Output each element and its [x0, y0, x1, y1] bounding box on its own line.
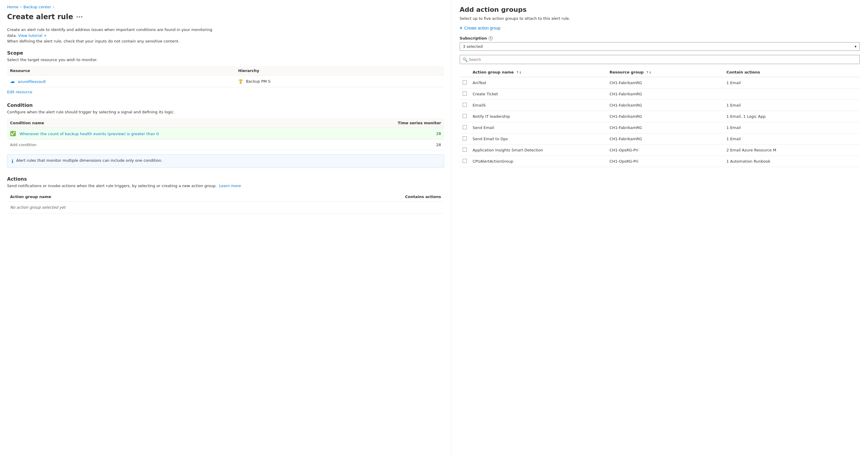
- row-checkbox-cell: [460, 100, 470, 111]
- row-checkbox-cell: [460, 122, 470, 133]
- table-row: AniTest CH1-FabrikamRG 1 Email: [460, 77, 860, 89]
- row-resource-group: CH1-FabrikamRG: [607, 100, 723, 111]
- row-contain-actions: 1 Email: [723, 122, 860, 133]
- subscription-label: Subscription i: [460, 36, 860, 40]
- condition-section: Condition Configure when the alert rule …: [7, 102, 444, 168]
- row-contain-actions: 1 Automation Runbook: [723, 156, 860, 167]
- condition-title: Condition: [7, 102, 444, 108]
- row-checkbox-cell: [460, 156, 470, 167]
- left-panel: Home › Backup center › Create alert rule…: [0, 0, 452, 456]
- breadcrumb: Home › Backup center ›: [7, 5, 444, 9]
- table-row: Send Email to Ops CH1-FabrikamRG 1 Email: [460, 133, 860, 144]
- row-checkbox[interactable]: [463, 125, 467, 129]
- action-name-col-header[interactable]: Action group name ↑↓: [470, 68, 607, 77]
- create-action-group-button[interactable]: + Create action group: [460, 25, 500, 31]
- row-contain-actions: 1 Email: [723, 133, 860, 144]
- row-checkbox[interactable]: [463, 136, 467, 140]
- plus-icon: +: [460, 25, 462, 31]
- table-row: Send Email CH1-FabrikamRG 1 Email: [460, 122, 860, 133]
- more-options-button[interactable]: ···: [76, 13, 83, 20]
- action-name-sort-icon: ↑↓: [516, 70, 522, 74]
- row-resource-group: CH1-FabrikamRG: [607, 133, 723, 144]
- row-action-name: CPUAlertActionGroup: [470, 156, 607, 167]
- panel-title: Add action groups: [460, 6, 860, 13]
- row-resource-group: CH1-OpsRG-Pri: [607, 144, 723, 156]
- row-resource-group: CH1-FabrikamRG: [607, 89, 723, 100]
- scope-title: Scope: [7, 50, 444, 56]
- condition-row-1: ✅ Whenever the count of backup health ev…: [7, 128, 444, 139]
- add-condition-num: 28: [339, 139, 444, 150]
- search-input[interactable]: [460, 55, 860, 64]
- action-groups-table: Action group name ↑↓ Resource group ↑↓ C…: [460, 68, 860, 167]
- row-action-name: Create Ticket: [470, 89, 607, 100]
- hierarchy-col-header: Hierarchy: [235, 66, 444, 75]
- table-row: EmailS CH1-FabrikamRG 1 Email: [460, 100, 860, 111]
- resource-group-col-header[interactable]: Resource group ↑↓: [607, 68, 723, 77]
- row-checkbox-cell: [460, 111, 470, 122]
- contains-actions-col-header: Contains actions: [238, 192, 444, 202]
- create-action-btn-label: Create action group: [464, 26, 500, 30]
- actions-section: Actions Send notifications or invoke act…: [7, 176, 444, 214]
- row-checkbox[interactable]: [463, 148, 467, 152]
- resource-col-header: Resource: [7, 66, 235, 75]
- no-action-row: No action group selected yet: [7, 201, 444, 213]
- row-contain-actions: 1 Email, 1 Logic App: [723, 111, 860, 122]
- row-contain-actions: 1 Email: [723, 100, 860, 111]
- actions-desc: Send notifications or invoke actions whe…: [7, 184, 444, 188]
- row-checkbox[interactable]: [463, 92, 467, 96]
- right-panel: Add action groups Select up to five acti…: [452, 0, 868, 456]
- condition-name-col-header: Condition name: [7, 118, 339, 128]
- search-wrapper: 🔍: [460, 55, 860, 64]
- row-contain-actions: [723, 89, 860, 100]
- condition-text-1[interactable]: Whenever the count of backup health even…: [20, 132, 159, 136]
- row-action-name: Send Email: [470, 122, 607, 133]
- breadcrumb-home[interactable]: Home: [7, 5, 18, 9]
- action-group-col-header: Action group name: [7, 192, 238, 202]
- table-row: Create Ticket CH1-FabrikamRG: [460, 89, 860, 100]
- add-condition-cell: Add condition: [7, 139, 339, 150]
- scope-table: Resource Hierarchy ☁ azurefilesvault 🏆 B…: [7, 66, 444, 87]
- row-checkbox[interactable]: [463, 159, 467, 163]
- row-resource-group: CH1-FabrikamRG: [607, 122, 723, 133]
- row-checkbox[interactable]: [463, 80, 467, 85]
- row-contain-actions: 1 Email: [723, 77, 860, 89]
- condition-table: Condition name Time series monitor ✅ Whe…: [7, 118, 444, 150]
- row-action-name: Application Insights Smart Detection: [470, 144, 607, 156]
- table-row: CPUAlertActionGroup CH1-OpsRG-Pri 1 Auto…: [460, 156, 860, 167]
- row-checkbox[interactable]: [463, 103, 467, 107]
- row-action-name: Notify IT leadership: [470, 111, 607, 122]
- breadcrumb-backup-center[interactable]: Backup center: [23, 5, 51, 9]
- actions-table: Action group name Contains actions No ac…: [7, 192, 444, 214]
- row-resource-group: CH1-FabrikamRG: [607, 111, 723, 122]
- row-checkbox-cell: [460, 133, 470, 144]
- chevron-down-icon: ▾: [855, 44, 857, 49]
- panel-desc: Select up to five action groups to attac…: [460, 16, 860, 21]
- row-checkbox-cell: [460, 144, 470, 156]
- condition-cell-1: ✅ Whenever the count of backup health ev…: [7, 128, 339, 139]
- table-row: Application Insights Smart Detection CH1…: [460, 144, 860, 156]
- row-resource-group: CH1-FabrikamRG: [607, 77, 723, 89]
- trophy-icon: 🏆: [238, 79, 243, 84]
- resource-cell: ☁ azurefilesvault: [7, 75, 235, 87]
- condition-num-1: 28: [339, 128, 444, 139]
- page-title: Create alert rule: [7, 13, 73, 21]
- view-tutorial-link[interactable]: View tutorial +: [18, 33, 47, 38]
- row-checkbox-cell: [460, 89, 470, 100]
- subscription-select[interactable]: 3 selected ▾: [460, 42, 860, 51]
- row-checkbox-cell: [460, 77, 470, 89]
- learn-more-link[interactable]: Learn more: [219, 184, 241, 188]
- row-action-name: EmailS: [470, 100, 607, 111]
- resource-name[interactable]: azurefilesvault: [18, 79, 46, 84]
- subscription-info-icon[interactable]: i: [489, 36, 493, 40]
- no-action-cell: No action group selected yet: [7, 201, 444, 213]
- row-resource-group: CH1-OpsRG-Pri: [607, 156, 723, 167]
- row-checkbox[interactable]: [463, 114, 467, 118]
- resource-row: ☁ azurefilesvault 🏆 Backup PM S: [7, 75, 444, 87]
- row-contain-actions: 2 Email Azure Resource M: [723, 144, 860, 156]
- check-icon: ✅: [10, 131, 16, 136]
- row-action-name: Send Email to Ops: [470, 133, 607, 144]
- cloud-icon: ☁: [10, 78, 15, 84]
- contain-actions-col-header: Contain actions: [723, 68, 860, 77]
- table-row: Notify IT leadership CH1-FabrikamRG 1 Em…: [460, 111, 860, 122]
- edit-resource-link[interactable]: Edit resource: [7, 90, 32, 94]
